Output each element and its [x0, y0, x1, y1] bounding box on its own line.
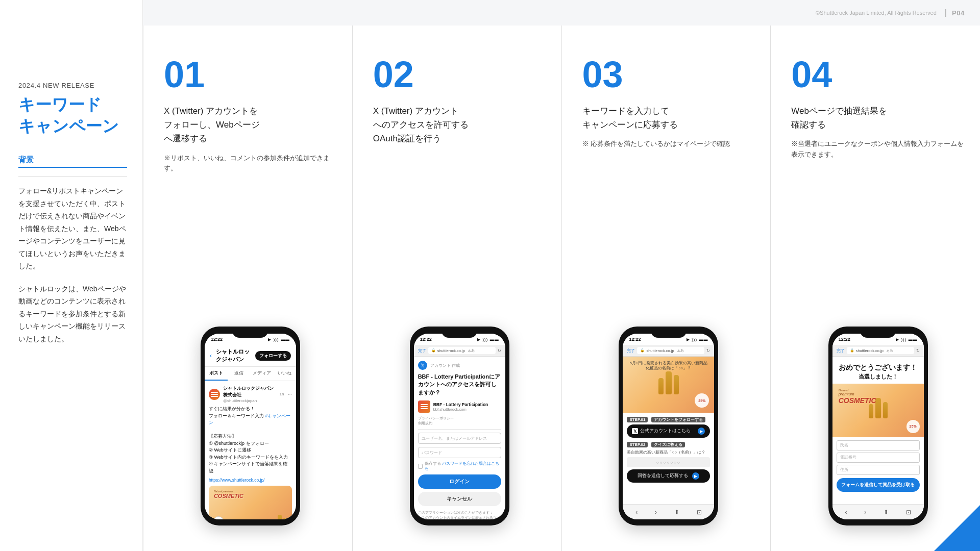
browser-done-2[interactable]: 完了 — [418, 348, 426, 354]
follow-button[interactable]: フォローする — [255, 351, 291, 361]
nav-share-icon-4[interactable]: ⬆ — [884, 509, 889, 516]
sidebar-divider — [18, 176, 127, 177]
follow-arrow-icon: ▶ — [698, 428, 705, 435]
browser-refresh-3[interactable]: ↻ — [706, 348, 710, 353]
oauth-title: BBF - Lottery Participationにアカウントへのアクセスを… — [418, 373, 501, 396]
nav-share-icon[interactable]: ⬆ — [674, 509, 679, 516]
submit-arrow-icon: ▶ — [692, 472, 699, 480]
browser-url-4: 🔒 shuttlerock.co.jp ぁあ — [847, 347, 914, 354]
blue-corner-decoration — [934, 505, 980, 551]
winner-header: おめでとうございます！ 当選しました！ — [832, 357, 924, 384]
svg-rect-3 — [421, 404, 428, 405]
svg-rect-4 — [421, 406, 428, 407]
winner-cosmetic-label: Natural premium COSMETIC — [839, 389, 876, 405]
aa-text-3: ぁあ — [677, 348, 684, 353]
phone-3-container: 12:22 ▶ ))) ▬▬ 完了 🔒 shuttlerock.co.jp ぁあ… — [582, 160, 755, 536]
oauth-app-row: BBF - Lottery Participation bbf.shuttler… — [418, 400, 501, 413]
campaign-submit-button[interactable]: 回答を送信して応募する ▶ — [627, 469, 710, 483]
oauth-password-label: パスワード — [422, 450, 442, 456]
url-text-3: shuttlerock.co.jp — [646, 348, 674, 353]
oauth-app-info: BBF - Lottery Participation bbf.shuttler… — [433, 402, 501, 412]
browser-refresh-4[interactable]: ↻ — [916, 348, 920, 353]
sidebar-text1: フォロー&リポストキャンペーンを支援させていただく中、ポストだけで伝えきれない商… — [18, 185, 127, 272]
browser-url-3: 🔒 shuttlerock.co.jp ぁあ — [637, 347, 704, 354]
product-bottles-p1 — [272, 515, 287, 519]
oauth-checkbox[interactable] — [418, 464, 423, 469]
badge-25-p1: 25%OFF — [213, 516, 224, 519]
page-number: P04 — [952, 9, 965, 17]
nav-close-icon-4[interactable]: ⊡ — [906, 509, 911, 516]
browser-done-4[interactable]: 完了 — [837, 348, 845, 354]
oauth-divider — [418, 429, 501, 430]
tweet-link[interactable]: https://www.shuttlerock.co.jp/ — [209, 478, 292, 483]
campaign-step-2-title: STEP.02 クイズに答える — [627, 442, 710, 447]
nav-back-icon-4[interactable]: ‹ — [845, 509, 847, 516]
oauth-cancel-button[interactable]: キャンセル — [418, 492, 501, 506]
tweet-more: ··· — [288, 392, 292, 397]
twitter-tab-likes[interactable]: いいね — [273, 367, 296, 381]
twitter-header: ‹ シャトルロックジャパン フォローする — [205, 345, 296, 367]
phone-3-status-icons: ▶ ))) ▬▬ — [687, 337, 708, 342]
twitter-account-name: シャトルロックジャパン — [216, 348, 251, 363]
twitter-tab-post[interactable]: ポスト — [205, 367, 228, 381]
steps-grid: 01 X (Twitter) アカウントをフォローし、Webページへ遷移する ※… — [143, 26, 980, 551]
aa-text-4: ぁあ — [886, 348, 893, 353]
phone-3-content: 5月1日に発売される美白効果の高い新商品化粧品の名前は「○○」？ 25% — [623, 357, 714, 519]
phone-1-status-icons: ▶ ))) ▬▬ — [268, 337, 289, 342]
campaign-steps: STEP.01 アカウントをフォローする 𝕏 公式アカウントはこちら ▶ — [623, 413, 714, 504]
oauth-policy-text: このアプリケーションは次のことができます： ・このアカウントのタイムラインに表示… — [418, 510, 501, 519]
nav-back-icon[interactable]: ‹ — [635, 509, 638, 516]
winner-name-field[interactable]: 氏名 — [837, 440, 920, 450]
tweet-body: シャトルロックジャパン株式会社 @shuttlerockjapan 1h ···… — [205, 381, 296, 519]
campaign-step-2: STEP.02 クイズに答える 美白効果の高い新商品「○○（名前）」は？ ○○○… — [627, 442, 710, 483]
oauth-top-row: 𝕏 アカウント 作成 — [418, 361, 501, 370]
phone-4-nav-bar: ‹ › ⬆ ⊡ — [832, 504, 924, 519]
phone-3-screen: 12:22 ▶ ))) ▬▬ 完了 🔒 shuttlerock.co.jp ぁあ… — [623, 334, 714, 519]
nav-forward-icon-4[interactable]: › — [864, 509, 866, 516]
winner-address-field[interactable]: 住所 — [837, 465, 920, 475]
phone-3: 12:22 ▶ ))) ▬▬ 完了 🔒 shuttlerock.co.jp ぁあ… — [619, 327, 718, 525]
phone-label: 電話番号 — [840, 455, 856, 460]
submit-label: 回答を送信して応募する — [638, 473, 688, 479]
phone-4-container: 12:22 ▶ ))) ▬▬ 完了 🔒 shuttlerock.co.jp ぁあ… — [791, 170, 965, 536]
step-2-note — [373, 153, 546, 164]
browser-done-3[interactable]: 完了 — [627, 348, 635, 354]
tweet-avatar — [209, 389, 220, 400]
browser-refresh-2[interactable]: ↻ — [498, 348, 501, 353]
cosmetic-text-p1: COSMETIC — [214, 493, 243, 499]
step-1-title: X (Twitter) アカウントをフォローし、Webページへ遷移する — [164, 104, 337, 146]
sidebar-section-label: 背景 — [18, 155, 127, 168]
nav-forward-icon[interactable]: › — [655, 509, 657, 516]
topbar: ©Shuttlerock Japan Limited, All Rights R… — [143, 0, 980, 26]
winner-phone-field[interactable]: 電話番号 — [837, 453, 920, 463]
lock-icon-4: 🔒 — [850, 348, 854, 353]
twitter-tab-reply[interactable]: 返信 — [228, 367, 251, 381]
url-text-4: shuttlerock.co.jp — [856, 348, 884, 353]
phone-2-content: 𝕏 アカウント 作成 BBF - Lottery Participationにア… — [414, 357, 505, 519]
winner-submit-button[interactable]: フォームを送信して賞品を受け取る — [837, 478, 920, 492]
cosmetic-name: COSMETIC — [839, 396, 876, 405]
step1-text: アカウントをフォローする — [651, 417, 705, 422]
main-content: ©Shuttlerock Japan Limited, All Rights R… — [143, 0, 980, 551]
tweet-handle: @shuttlerockjapan — [223, 398, 277, 403]
browser-bar-4: 完了 🔒 shuttlerock.co.jp ぁあ ↻ — [832, 345, 924, 357]
oauth-username-input[interactable]: ユーザー名、またはメールアドレス — [418, 433, 501, 444]
nav-close-icon[interactable]: ⊡ — [697, 509, 702, 516]
winner-subtitle: 当選しました！ — [838, 373, 919, 381]
oauth-password-input[interactable]: パスワード — [418, 447, 501, 458]
campaign-image: 5月1日に発売される美白効果の高い新商品化粧品の名前は「○○」？ 25% — [623, 357, 714, 413]
twitter-tab-media[interactable]: メディア — [250, 367, 273, 381]
phone-1-content: ‹ シャトルロックジャパン フォローする ポスト 返信 メディア いいね — [205, 345, 296, 519]
follow-label: 公式アカウントはこちら — [640, 428, 691, 434]
step-3-title: キーワードを入力してキャンペーンに応募する — [582, 104, 755, 132]
phone-2-screen: 12:22 ▶ ))) ▬▬ 完了 🔒 shuttlerock.co.jp ぁあ… — [414, 334, 505, 519]
x-icon: 𝕏 — [632, 428, 638, 434]
oauth-username-label: ユーザー名、またはメールアドレス — [422, 436, 487, 441]
oauth-app-extra: プライバシーポリシー 利用規約 — [418, 416, 501, 426]
campaign-follow-button[interactable]: 𝕏 公式アカウントはこちら ▶ — [627, 424, 710, 438]
oauth-body: 𝕏 アカウント 作成 BBF - Lottery Participationにア… — [414, 357, 505, 519]
oauth-login-button[interactable]: ログイン — [418, 474, 501, 489]
step-1-number: 01 — [164, 56, 337, 93]
oauth-checkbox-row: 保存する パスワードを忘れた場合はこちら — [418, 461, 501, 471]
quiz-question: 美白効果の高い新商品「○○（名前）」は？ — [627, 449, 710, 455]
